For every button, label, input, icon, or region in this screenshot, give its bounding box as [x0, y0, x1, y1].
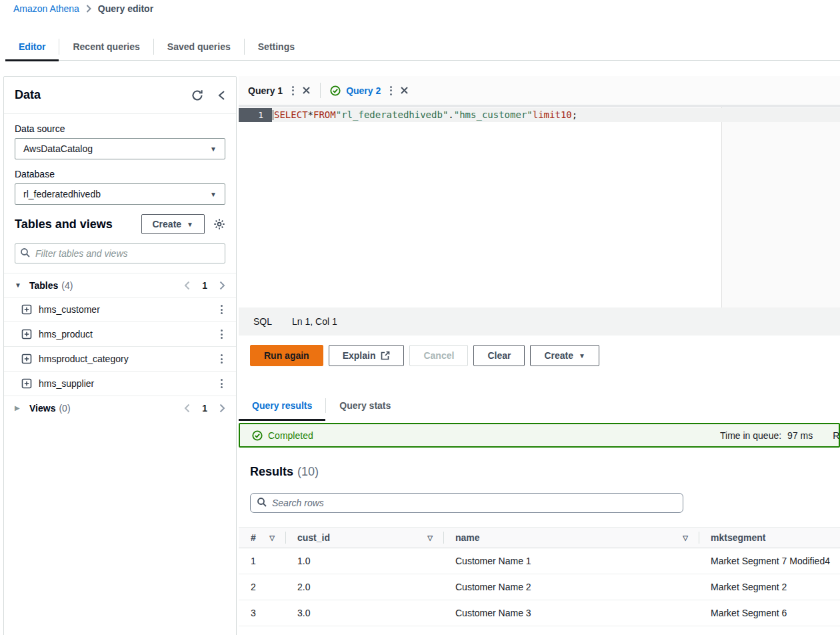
- expand-plus-icon[interactable]: [21, 304, 32, 315]
- close-icon[interactable]: [302, 86, 311, 95]
- page-next-icon[interactable]: [219, 404, 225, 413]
- chevron-right-icon: [86, 5, 91, 13]
- cell-cust-id: 2.0: [285, 574, 443, 600]
- tab-query-stats[interactable]: Query stats: [326, 390, 404, 421]
- kebab-menu-icon[interactable]: [218, 376, 225, 391]
- table-name[interactable]: hms_product: [39, 329, 93, 340]
- create-button[interactable]: Create ▼: [141, 214, 205, 234]
- sql-number: 10: [561, 108, 572, 122]
- actions-bar: Run again Explain Cancel Clear Create ▼: [250, 345, 599, 366]
- expand-plus-icon[interactable]: [21, 329, 32, 340]
- column-label: name: [455, 532, 480, 543]
- table-item-hms-customer[interactable]: hms_customer: [4, 297, 236, 322]
- table-name[interactable]: hmsproduct_category: [39, 354, 129, 364]
- results-table-header: # ▽ cust_id ▽ name ▽ mktsegment: [239, 527, 840, 548]
- search-rows-input[interactable]: [250, 493, 683, 513]
- kebab-menu-icon[interactable]: [387, 83, 395, 98]
- tab-recent-queries[interactable]: Recent queries: [59, 33, 153, 60]
- time-in-queue-label: Time in queue:: [720, 430, 781, 441]
- table-name[interactable]: hms_customer: [39, 304, 100, 315]
- tables-section-label: Tables: [29, 280, 58, 291]
- column-label: cust_id: [297, 532, 330, 543]
- text-cursor: [273, 110, 273, 120]
- breadcrumb-current: Query editor: [98, 3, 153, 14]
- column-filter-icon[interactable]: ▽: [427, 534, 433, 542]
- results-count: (10): [297, 465, 319, 479]
- table-row[interactable]: 1 1.0 Customer Name 1 Market Segment 7 M…: [239, 548, 840, 574]
- run-again-button[interactable]: Run again: [250, 345, 323, 366]
- tab-query-results[interactable]: Query results: [239, 390, 325, 421]
- gear-icon[interactable]: [213, 218, 225, 230]
- data-source-value: AwsDataCatalog: [23, 143, 93, 154]
- query-tab-label[interactable]: Query 2: [346, 85, 381, 96]
- chevron-down-icon: ▼: [210, 145, 217, 153]
- page-prev-icon[interactable]: [184, 404, 190, 413]
- query-tab-1[interactable]: Query 1: [239, 76, 320, 105]
- views-section-label: Views: [29, 403, 55, 414]
- database-label: Database: [15, 169, 225, 179]
- kebab-menu-icon[interactable]: [218, 327, 225, 342]
- refresh-icon[interactable]: [191, 89, 203, 101]
- sql-editor[interactable]: 1 SELECT * FROM "rl_federatedhivedb"."hm…: [239, 107, 840, 307]
- page-prev-icon[interactable]: [184, 281, 190, 290]
- tables-page-number[interactable]: 1: [202, 280, 207, 291]
- filter-tables-input[interactable]: [15, 243, 225, 263]
- sql-keyword: SELECT: [274, 108, 308, 122]
- cell-index: 3: [239, 600, 285, 626]
- tab-editor[interactable]: Editor: [5, 33, 59, 60]
- column-divider: [285, 532, 286, 544]
- caret-down-icon[interactable]: ▼: [15, 281, 29, 289]
- sql-code-text[interactable]: SELECT * FROM "rl_federatedhivedb"."hms_…: [272, 108, 577, 122]
- collapse-panel-icon[interactable]: [218, 90, 225, 101]
- kebab-menu-icon[interactable]: [218, 352, 225, 366]
- query-tab-2[interactable]: Query 2: [321, 76, 418, 105]
- cell-name: Customer Name 1: [443, 548, 699, 574]
- column-header-index: # ▽: [239, 528, 285, 548]
- create-dropdown-button[interactable]: Create ▼: [530, 345, 599, 366]
- query-tab-bar: Query 1 Query 2: [239, 76, 840, 105]
- table-item-hms-product[interactable]: hms_product: [4, 322, 236, 346]
- close-icon[interactable]: [400, 86, 409, 95]
- tables-section-count: (4): [61, 280, 73, 291]
- breadcrumb-link-athena[interactable]: Amazon Athena: [13, 3, 79, 14]
- column-header-mktsegment: mktsegment: [699, 528, 840, 548]
- kebab-menu-icon[interactable]: [289, 83, 297, 98]
- table-name[interactable]: hms_supplier: [39, 378, 94, 389]
- tab-saved-queries[interactable]: Saved queries: [154, 33, 244, 60]
- column-label: mktsegment: [711, 532, 765, 543]
- cell-cust-id: 1.0: [285, 548, 443, 574]
- data-source-select[interactable]: AwsDataCatalog ▼: [15, 138, 225, 159]
- page-next-icon[interactable]: [219, 281, 225, 290]
- cursor-position: Ln 1, Col 1: [292, 316, 337, 327]
- main-nav-tabs: Editor Recent queries Saved queries Sett…: [5, 33, 840, 61]
- table-item-hms-supplier[interactable]: hms_supplier: [4, 371, 236, 396]
- cell-mktsegment: Market Segment 6: [699, 600, 840, 626]
- views-pager: 1: [184, 403, 225, 414]
- expand-plus-icon[interactable]: [21, 378, 32, 389]
- tables-views-header: Tables and views Create ▼: [15, 214, 225, 234]
- column-filter-icon[interactable]: ▽: [269, 534, 275, 542]
- column-divider: [443, 532, 444, 544]
- tables-pager: 1: [184, 280, 225, 291]
- table-item-hmsproduct-category[interactable]: hmsproduct_category: [4, 346, 236, 371]
- banner-metrics: Time in queue: 97 ms Ru: [720, 430, 840, 441]
- clear-button[interactable]: Clear: [473, 345, 525, 366]
- data-panel-body: Data source AwsDataCatalog ▼ Database rl…: [4, 114, 236, 420]
- database-select[interactable]: rl_federatedhivedb ▼: [15, 183, 225, 205]
- kebab-menu-icon[interactable]: [218, 302, 225, 317]
- status-text: Completed: [268, 430, 313, 441]
- expand-plus-icon[interactable]: [21, 354, 32, 364]
- sql-line-1[interactable]: 1 SELECT * FROM "rl_federatedhivedb"."hm…: [239, 108, 840, 122]
- tab-settings[interactable]: Settings: [245, 33, 308, 60]
- column-filter-icon[interactable]: ▽: [683, 534, 688, 542]
- search-icon: [20, 247, 31, 258]
- views-page-number[interactable]: 1: [202, 403, 207, 414]
- caret-right-icon[interactable]: ▶: [15, 404, 29, 412]
- success-check-icon: [252, 430, 263, 441]
- column-label: #: [251, 532, 256, 543]
- explain-button[interactable]: Explain: [329, 345, 405, 366]
- cancel-button[interactable]: Cancel: [409, 345, 468, 366]
- table-row[interactable]: 3 3.0 Customer Name 3 Market Segment 6: [239, 600, 840, 626]
- table-row[interactable]: 2 2.0 Customer Name 2 Market Segment 2: [239, 574, 840, 600]
- query-tab-label[interactable]: Query 1: [248, 85, 283, 96]
